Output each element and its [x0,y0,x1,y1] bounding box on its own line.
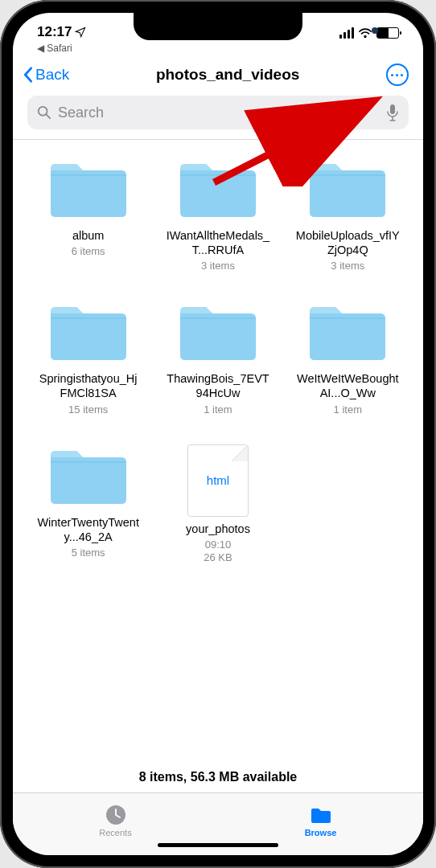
folder-item[interactable]: Springisthatyou_HjFMCl81SA15 items [27,301,149,415]
tab-recents[interactable]: Recents [13,793,218,847]
item-name: your_photos [186,522,250,536]
item-name: Springisthatyou_HjFMCl81SA [36,371,141,400]
page-title: photos_and_videos [156,66,299,84]
svg-rect-4 [390,104,395,114]
footer-status: 8 items, 56.3 MB available [13,755,423,792]
item-name: MobileUploads_vfIYZjOp4Q [295,228,400,257]
svg-line-3 [47,115,51,119]
battery-icon [376,27,399,39]
item-meta: 09:10 [205,538,232,551]
status-time: 12:17 [37,24,72,40]
mic-icon[interactable] [386,104,399,121]
tab-browse[interactable]: Browse [218,793,423,847]
item-name: ThawingBois_7EVT94HcUw [166,371,270,400]
tab-label: Browse [305,828,337,837]
svg-point-2 [39,107,47,116]
search-input[interactable]: Search [27,96,409,129]
item-meta: 1 item [204,403,232,416]
signal-icon [339,27,354,39]
item-meta: 5 items [72,547,105,559]
folder-item[interactable]: ThawingBois_7EVT94HcUw1 item [157,301,278,415]
chevron-left-icon [23,67,34,83]
nav-bar: Back photos_and_videos [13,55,423,92]
item-name: WinterTwentyTwenty...46_2A [36,515,141,544]
item-name: IWantAlltheMedals_T...RRUfA [166,228,270,257]
folder-item[interactable]: WeItWeItWeBoughtAI...O_Ww1 item [287,301,409,415]
folder-icon [309,804,333,826]
file-grid: album6 itemsIWantAlltheMedals_T...RRUfA3… [13,140,423,755]
search-placeholder: Search [58,104,380,121]
tab-label: Recents [99,828,131,837]
file-icon: html [187,444,249,517]
item-meta2: 26 KB [204,551,232,563]
search-icon [37,105,51,120]
folder-item[interactable]: MobileUploads_vfIYZjOp4Q3 items [287,158,409,272]
back-to-app[interactable]: ◀ Safari [37,43,72,54]
ellipsis-icon [391,74,403,76]
item-meta: 6 items [72,245,105,257]
item-name: album [72,228,105,243]
item-name: WeItWeItWeBoughtAI...O_Ww [295,371,400,400]
item-meta: 15 items [68,403,108,416]
item-meta: 3 items [331,260,364,272]
back-label: Back [35,66,69,84]
home-indicator[interactable] [158,843,278,847]
location-icon [75,27,86,38]
item-meta: 3 items [201,260,235,272]
folder-item[interactable]: WinterTwentyTwenty...46_2A5 items [27,444,149,563]
wifi-icon [358,27,372,39]
item-meta: 1 item [334,403,362,416]
back-button[interactable]: Back [23,66,69,84]
more-button[interactable] [386,63,409,86]
folder-item[interactable]: album6 items [27,158,149,272]
file-item[interactable]: htmlyour_photos09:1026 KB [157,444,278,563]
clock-icon [104,804,128,826]
folder-item[interactable]: IWantAlltheMedals_T...RRUfA3 items [157,158,278,272]
